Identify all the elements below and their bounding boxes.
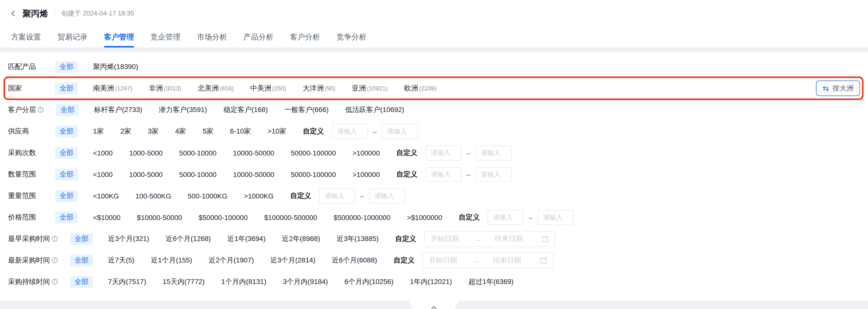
filter-option[interactable]: 大洋洲 (90) <box>303 84 336 93</box>
filter-option[interactable]: 近2个月(1907) <box>209 256 254 265</box>
date-start-placeholder[interactable]: 开始日期 <box>429 256 473 265</box>
filter-option[interactable]: $500000-1000000 <box>334 213 390 221</box>
filter-option[interactable]: 近3个月(2814) <box>270 256 315 265</box>
range-max-input[interactable] <box>537 210 574 225</box>
range-min-input[interactable] <box>319 188 355 203</box>
filter-option[interactable]: 近1个月(155) <box>151 256 192 265</box>
filter-option[interactable]: 一般客户(666) <box>284 105 329 114</box>
collapse-handle[interactable] <box>408 301 460 309</box>
info-icon[interactable] <box>52 236 58 242</box>
filter-option[interactable]: 北美洲 (616) <box>198 84 234 93</box>
filter-option[interactable]: 标杆客户(2733) <box>94 105 142 114</box>
info-icon[interactable] <box>52 257 58 264</box>
filter-option[interactable]: 4家 <box>175 127 186 136</box>
filter-option[interactable]: <100KG <box>93 192 119 200</box>
custom-option[interactable]: 自定义 <box>397 170 417 179</box>
filter-option[interactable]: 低活跃客户(10692) <box>345 105 404 114</box>
filter-option[interactable]: >1000KG <box>244 192 274 200</box>
range-min-input[interactable] <box>426 167 462 182</box>
filter-option[interactable]: >$1000000 <box>407 213 442 221</box>
option-all-selected[interactable]: 全部 <box>70 254 93 266</box>
date-range-picker[interactable]: 开始日期 → 结束日期 <box>423 252 554 268</box>
custom-option[interactable]: 自定义 <box>459 213 480 222</box>
option-all-selected[interactable]: 全部 <box>55 125 78 137</box>
filter-option[interactable]: 6个月内(10256) <box>344 277 394 286</box>
custom-option[interactable]: 自定义 <box>397 148 417 157</box>
filter-option[interactable]: 500-1000KG <box>188 192 227 200</box>
filter-option[interactable]: 100-500KG <box>135 192 171 200</box>
filter-option[interactable]: 超过1年(6369) <box>468 277 514 286</box>
tab[interactable]: 产品分析 <box>244 27 274 48</box>
filter-option[interactable]: $100000-500000 <box>264 213 317 221</box>
tab[interactable]: 贸易记录 <box>58 27 88 48</box>
range-max-input[interactable] <box>382 124 418 139</box>
filter-option[interactable]: $10000-50000 <box>137 213 182 221</box>
back-button[interactable] <box>10 10 17 17</box>
filter-option[interactable]: 1000-5000 <box>129 170 163 178</box>
option-all-selected[interactable]: 全部 <box>70 233 93 245</box>
filter-option[interactable]: 近2年(8968) <box>282 234 320 243</box>
filter-option[interactable]: 6-10家 <box>230 127 251 136</box>
date-start-placeholder[interactable]: 开始日期 <box>431 234 475 243</box>
filter-option[interactable]: 南美洲 (1247) <box>93 84 132 93</box>
date-end-placeholder[interactable]: 结束日期 <box>495 234 542 243</box>
filter-option[interactable]: >100000 <box>352 149 380 157</box>
option-all-selected[interactable]: 全部 <box>70 276 93 288</box>
filter-option[interactable]: 近6个月(1268) <box>166 234 211 243</box>
group-by-continent-button[interactable]: ⇆ 按大洲 <box>816 81 860 96</box>
filter-option[interactable]: >10家 <box>268 127 286 136</box>
filter-option[interactable]: 近3个月(321) <box>108 234 149 243</box>
range-max-input[interactable] <box>475 145 511 160</box>
range-min-input[interactable] <box>332 124 368 139</box>
filter-option[interactable]: 5家 <box>203 127 214 136</box>
date-range-picker[interactable]: 开始日期 → 结束日期 <box>424 231 555 247</box>
tab[interactable]: 竞企管理 <box>151 27 181 48</box>
option-all-selected[interactable]: 全部 <box>56 104 79 116</box>
tab[interactable]: 市场分析 <box>197 27 227 48</box>
option-all-selected[interactable]: 全部 <box>55 190 78 202</box>
tab[interactable]: 方案设置 <box>11 27 41 48</box>
filter-option[interactable]: >100000 <box>352 170 380 178</box>
tab[interactable]: 客户管理 <box>104 27 134 48</box>
filter-option[interactable]: 1年内(12021) <box>410 277 452 286</box>
filter-option[interactable]: 5000-10000 <box>179 170 217 178</box>
filter-option[interactable]: 15天内(7772) <box>163 277 205 286</box>
filter-option[interactable]: 1家 <box>93 127 104 136</box>
filter-option[interactable]: 近1年(3694) <box>227 234 266 243</box>
filter-option[interactable]: 稳定客户(168) <box>223 105 268 114</box>
filter-option[interactable]: 潜力客户(3591) <box>159 105 207 114</box>
option-all-selected[interactable]: 全部 <box>55 147 78 159</box>
filter-option[interactable]: 5000-10000 <box>179 149 217 157</box>
filter-option[interactable]: $50000-100000 <box>198 213 248 221</box>
range-max-input[interactable] <box>475 167 511 182</box>
filter-option[interactable]: 3个月内(9184) <box>283 277 328 286</box>
filter-option[interactable]: <$10000 <box>93 213 121 221</box>
range-max-input[interactable] <box>369 188 405 203</box>
range-min-input[interactable] <box>488 210 524 225</box>
custom-option[interactable]: 自定义 <box>395 234 416 243</box>
filter-option[interactable]: 欧洲 (2209) <box>404 84 436 93</box>
option-all-selected[interactable]: 全部 <box>55 82 78 94</box>
info-icon[interactable] <box>37 106 44 113</box>
filter-option[interactable]: 3家 <box>148 127 159 136</box>
filter-option[interactable]: 近3年(13885) <box>337 234 379 243</box>
filter-option[interactable]: 亚洲 (10921) <box>352 84 388 93</box>
tab[interactable]: 客户分析 <box>290 27 320 48</box>
filter-option[interactable]: 7天内(7517) <box>108 277 146 286</box>
filter-option[interactable]: 50000-100000 <box>291 170 336 178</box>
tab[interactable]: 竞争分析 <box>337 27 367 48</box>
filter-option[interactable]: 近6个月(6088) <box>332 256 377 265</box>
filter-option[interactable]: 50000-100000 <box>291 149 336 157</box>
option-all-selected[interactable]: 全部 <box>55 211 78 223</box>
option-all-selected[interactable]: 全部 <box>55 168 78 180</box>
option-all-selected[interactable]: 全部 <box>55 61 78 73</box>
info-icon[interactable] <box>52 278 58 285</box>
filter-option[interactable]: 1个月内(8131) <box>221 277 267 286</box>
date-end-placeholder[interactable]: 结束日期 <box>493 256 540 265</box>
custom-option[interactable]: 自定义 <box>394 256 414 265</box>
filter-option[interactable]: 1000-5000 <box>129 149 163 157</box>
filter-option[interactable]: 近7天(5) <box>108 256 134 265</box>
filter-option[interactable]: 10000-50000 <box>233 170 274 178</box>
filter-option[interactable]: 中美洲 (250) <box>250 84 286 93</box>
filter-option[interactable]: 10000-50000 <box>233 149 274 157</box>
